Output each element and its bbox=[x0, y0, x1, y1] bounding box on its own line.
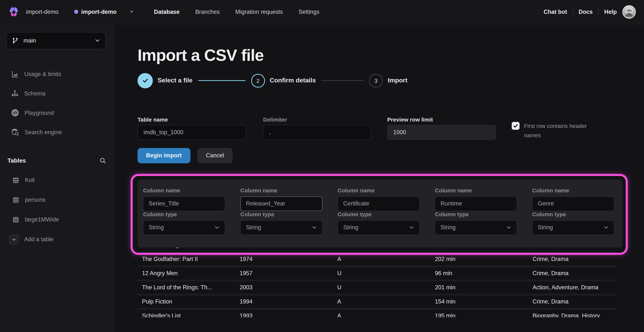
sidebar-item-usage-limits[interactable]: Usage & limits bbox=[0, 64, 114, 84]
column-name-input[interactable]: Certificate bbox=[338, 196, 420, 211]
column-type-select[interactable]: String bbox=[240, 220, 322, 235]
table-cell: 1994 bbox=[235, 298, 333, 305]
column-type-label: Column type bbox=[532, 211, 566, 217]
sidebar-item-label: Usage & limits bbox=[24, 71, 61, 77]
column-type-label: Column type bbox=[240, 211, 274, 217]
step-connector bbox=[322, 80, 364, 81]
sidebar-table-persons[interactable]: persons bbox=[0, 190, 114, 210]
sidebar-nav: Usage & limitsSchemaPlaygroundSearch eng… bbox=[0, 64, 114, 142]
step-3-label: Import bbox=[388, 77, 408, 84]
top-nav-item-settings[interactable]: Settings bbox=[298, 8, 320, 15]
column-type-select[interactable]: String bbox=[532, 220, 614, 235]
table-row[interactable]: The Godfather: Part II1974A202 minCrime,… bbox=[138, 253, 617, 265]
chevron-down-icon[interactable] bbox=[129, 10, 134, 14]
add-table-button[interactable]: Add a table bbox=[0, 230, 114, 249]
table-grid-icon bbox=[12, 196, 20, 204]
git-branch-icon bbox=[12, 37, 19, 44]
column-type-label: Column type bbox=[143, 211, 177, 217]
chevron-down-icon[interactable] bbox=[9, 234, 19, 244]
xata-logo-icon[interactable] bbox=[8, 6, 20, 18]
table-cell: Crime, Drama bbox=[528, 298, 617, 305]
sidebar-table-large1mwide[interactable]: large1MWide bbox=[0, 210, 114, 230]
table-cell: 12 Angry Men bbox=[138, 270, 235, 277]
table-row[interactable]: 12 Angry Men1957U96 minCrime, Drama bbox=[138, 267, 617, 280]
table-cell: 1957 bbox=[235, 270, 333, 277]
cancel-button[interactable]: Cancel bbox=[197, 148, 232, 163]
search-icon[interactable] bbox=[100, 157, 106, 164]
column-name-label: Column name bbox=[532, 187, 569, 193]
table-cell: U bbox=[333, 270, 430, 277]
primary-nav: DatabaseBranchesMigration requestsSettin… bbox=[154, 0, 320, 24]
chat-bot-link[interactable]: Chat bot bbox=[544, 8, 567, 15]
table-cell: Biography, Drama, History bbox=[528, 312, 617, 317]
table-cell: 201 min bbox=[430, 284, 528, 291]
table-name-label: large1MWide bbox=[25, 216, 59, 223]
table-name-input[interactable]: imdb_top_1000 bbox=[138, 125, 246, 140]
table-cell: 1974 bbox=[235, 256, 333, 262]
preview-row-limit-input[interactable]: 1000 bbox=[387, 125, 496, 140]
top-nav-item-migration-requests[interactable]: Migration requests bbox=[235, 8, 283, 15]
sidebar-item-search-engine[interactable]: Search engine bbox=[0, 122, 114, 142]
column-name-input[interactable]: Genre bbox=[532, 196, 614, 211]
table-row[interactable]: The Lord of the Rings: Th...2003U201 min… bbox=[138, 281, 617, 294]
step-2-label: Confirm details bbox=[270, 77, 316, 84]
first-row-header-checkbox[interactable] bbox=[512, 122, 520, 130]
column-type-label: Column type bbox=[435, 211, 469, 217]
sidebar-item-schema[interactable]: Schema bbox=[0, 84, 114, 103]
delimiter-input[interactable]: , bbox=[263, 125, 371, 140]
table-cell: Schindler's List bbox=[138, 312, 235, 317]
docs-link[interactable]: Docs bbox=[578, 8, 593, 15]
table-cell: A bbox=[333, 312, 430, 317]
tables-section: Tables fruitpersonslarge1MWide Add a tab… bbox=[0, 148, 114, 332]
column-type-select[interactable]: String bbox=[338, 220, 420, 235]
top-nav-item-database[interactable]: Database bbox=[154, 8, 180, 15]
column-mapping-0: Column nameSeries_TitleColumn typeString bbox=[143, 187, 225, 235]
column-type-label: Column type bbox=[338, 211, 372, 217]
table-grid-icon bbox=[12, 216, 20, 223]
form-actions: Begin import Cancel bbox=[138, 148, 232, 163]
table-cell: Pulp Fiction bbox=[138, 298, 235, 305]
column-name-input[interactable]: Series_Title bbox=[143, 196, 225, 211]
tables-list: fruitpersonslarge1MWide bbox=[0, 170, 114, 230]
chevron-down-icon bbox=[95, 38, 100, 43]
table-cell: 195 min bbox=[430, 312, 528, 317]
column-name-label: Column name bbox=[240, 187, 277, 193]
table-row[interactable]: Pulp Fiction1994A154 minCrime, Drama bbox=[138, 296, 617, 308]
table-cell: A bbox=[333, 256, 430, 262]
preview-row-limit-label: Preview row limit bbox=[387, 116, 496, 123]
column-type-select[interactable]: String bbox=[435, 220, 517, 235]
sidebar-table-fruit[interactable]: fruit bbox=[0, 170, 114, 190]
schema-icon bbox=[11, 90, 19, 97]
table-cell: 154 min bbox=[430, 298, 528, 305]
database-switcher[interactable]: import-demo bbox=[81, 8, 116, 15]
column-name-input[interactable]: Runtime bbox=[435, 196, 517, 211]
user-avatar[interactable] bbox=[622, 5, 636, 19]
top-nav-item-branches[interactable]: Branches bbox=[195, 8, 220, 15]
sidebar-item-playground[interactable]: Playground bbox=[0, 103, 114, 122]
column-name-input[interactable]: Released_Year bbox=[240, 196, 322, 211]
column-type-value: String bbox=[343, 224, 358, 231]
first-row-header-label[interactable]: First row contains header names bbox=[524, 121, 591, 140]
divider bbox=[573, 9, 573, 15]
column-type-select[interactable]: String bbox=[143, 220, 225, 235]
chevron-down-icon bbox=[214, 225, 220, 230]
help-link[interactable]: Help bbox=[604, 8, 617, 15]
table-cell: The Lord of the Rings: Th... bbox=[138, 284, 235, 291]
playground-icon bbox=[11, 109, 19, 117]
column-mapping-grid: Column nameSeries_TitleColumn typeString… bbox=[143, 187, 622, 235]
import-options-form: Table name imdb_top_1000 Delimiter , Pre… bbox=[138, 116, 598, 140]
top-header: import-demo import-demo DatabaseBranches… bbox=[0, 0, 644, 24]
table-row[interactable]: Schindler's List1993A195 minBiography, D… bbox=[138, 310, 617, 317]
divider bbox=[0, 58, 114, 58]
workspace-name[interactable]: import-demo bbox=[26, 8, 58, 15]
table-cell: Crime, Drama bbox=[528, 270, 617, 277]
step-1-check-icon bbox=[138, 73, 153, 88]
branch-selector[interactable]: main bbox=[6, 32, 106, 49]
main-content: Import a CSV file Select a file 2 Confir… bbox=[114, 24, 644, 332]
column-mapping-2: Column nameCertificateColumn typeString bbox=[338, 187, 420, 235]
begin-import-button[interactable]: Begin import bbox=[138, 148, 190, 163]
sidebar: main Usage & limitsSchemaPlaygroundSearc… bbox=[0, 24, 114, 332]
table-cell: The Godfather: Part II bbox=[138, 256, 235, 262]
csv-preview-table: The Dark Knight2008UA152 minAction, Crim… bbox=[138, 238, 617, 317]
step-connector bbox=[198, 80, 246, 81]
